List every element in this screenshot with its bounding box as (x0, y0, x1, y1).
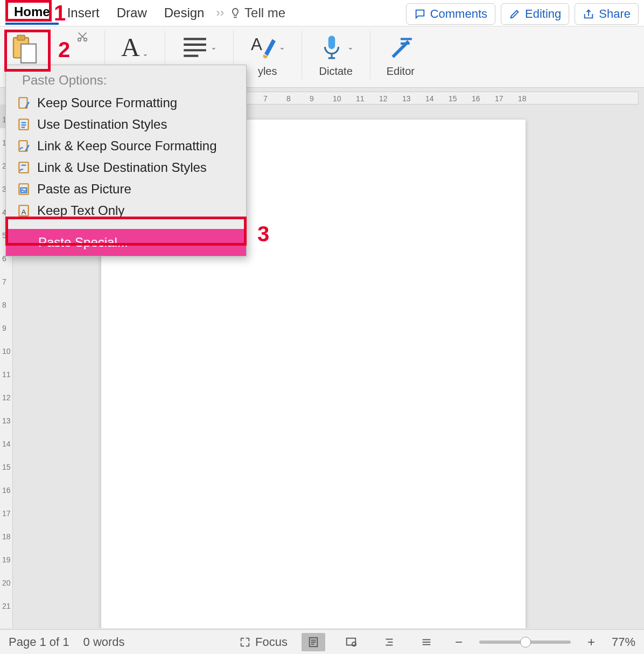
ruler-v-number: 10 (2, 347, 11, 356)
mi-keep-source-formatting[interactable]: Keep Source Formatting (6, 92, 246, 114)
scissors-icon (76, 31, 88, 43)
zoom-out-button[interactable]: − (452, 635, 465, 650)
editing-button[interactable]: Editing (501, 3, 569, 25)
ruler-h-number: 10 (333, 94, 341, 103)
clipboard-brush-icon (17, 96, 31, 110)
view-draft[interactable] (415, 633, 438, 651)
ruler-v-number: 15 (2, 463, 11, 471)
editor-pen-icon (387, 33, 414, 60)
zoom-slider-thumb[interactable] (520, 637, 531, 648)
dictate-label: Dictate (319, 65, 353, 78)
svg-rect-1 (17, 35, 25, 40)
page-icon (306, 636, 321, 648)
share-icon (583, 8, 594, 20)
tab-insert[interactable]: Insert (59, 2, 108, 24)
paste-group (5, 31, 44, 67)
mi-paste-special[interactable]: Paste Special... (6, 229, 246, 256)
mi-keep-text-only[interactable]: A Keep Text Only (6, 200, 246, 221)
paste-options-menu: Paste Options: Keep Source Formatting Us… (5, 65, 247, 256)
paste-dropdown-button[interactable] (5, 31, 44, 67)
styles-group[interactable]: A ⌄ yles (250, 31, 285, 78)
clipboard-picture-icon (17, 182, 31, 196)
zoom-percent[interactable]: 77% (612, 635, 635, 649)
annotation-number-3: 3 (257, 222, 269, 246)
tab-design[interactable]: Design (156, 2, 213, 24)
status-wordcount[interactable]: 0 words (83, 635, 125, 649)
svg-rect-29 (347, 638, 356, 645)
zoom-in-button[interactable]: + (585, 635, 598, 650)
mi-link-use-destination[interactable]: Link & Use Destination Styles (6, 157, 246, 178)
ruler-h-number: 15 (449, 94, 457, 103)
comments-button[interactable]: Comments (406, 3, 495, 25)
tell-me-search[interactable]: Tell me (229, 5, 285, 20)
comment-icon (414, 8, 426, 20)
svg-text:A: A (22, 208, 26, 216)
view-print-layout[interactable] (302, 633, 325, 651)
tab-home[interactable]: Home (5, 1, 59, 25)
svg-rect-19 (19, 162, 28, 173)
styles-brush-icon: A (250, 33, 277, 60)
ruler-v-number: 9 (2, 324, 6, 332)
dictate-group[interactable]: ⌄ Dictate (318, 31, 354, 78)
clipboard-link-lines-icon (17, 161, 31, 175)
mi-label: Link & Use Destination Styles (37, 160, 207, 175)
mi-label: Keep Text Only (37, 203, 124, 218)
focus-label: Focus (255, 635, 288, 649)
ruler-v-number: 12 (2, 393, 11, 402)
svg-text:A: A (251, 35, 262, 54)
annotation-number-1: 1 (54, 1, 66, 25)
share-label: Share (599, 7, 631, 21)
ruler-v-number: 20 (2, 579, 11, 587)
ruler-h-number: 8 (286, 94, 291, 103)
ruler-v-number: 7 (2, 277, 6, 286)
mi-label: Paste Special... (38, 235, 128, 250)
editor-group[interactable]: Editor (387, 31, 415, 78)
tab-draw[interactable]: Draw (108, 2, 156, 24)
ruler-h-number: 7 (263, 94, 268, 103)
mi-use-destination-styles[interactable]: Use Destination Styles (6, 114, 246, 135)
status-page[interactable]: Page 1 of 1 (9, 635, 69, 649)
cut-icon-small[interactable] (76, 31, 88, 43)
paragraph-group[interactable]: ⌄ (181, 31, 217, 63)
focus-mode-button[interactable]: Focus (239, 635, 288, 649)
status-bar: Page 1 of 1 0 words Focus − + 77% (0, 629, 644, 654)
editing-label: Editing (525, 7, 561, 21)
comments-label: Comments (430, 7, 487, 21)
tab-overflow-icon[interactable]: ›› (213, 6, 227, 20)
ruler-h-number: 11 (356, 94, 365, 103)
clipboard-link-brush-icon (17, 139, 31, 153)
tell-me-label: Tell me (244, 5, 285, 20)
ruler-v-number: 16 (2, 486, 11, 495)
view-outline[interactable] (377, 633, 401, 651)
annotation-number-2: 2 (58, 38, 70, 62)
view-web-layout[interactable] (339, 633, 363, 651)
ruler-h-number: 18 (518, 94, 527, 103)
mi-label: Use Destination Styles (37, 117, 167, 132)
font-group[interactable]: A⌄ (121, 31, 149, 63)
ruler-v-number: 19 (2, 555, 11, 564)
web-icon (344, 636, 359, 648)
svg-rect-11 (401, 38, 412, 40)
mi-label: Paste as Picture (37, 182, 131, 197)
ruler-v-number: 17 (2, 509, 11, 518)
styles-label: yles (258, 65, 277, 78)
clipboard-text-icon: A (17, 204, 31, 218)
ruler-h-number: 14 (425, 94, 434, 103)
ruler-h-number: 12 (379, 94, 388, 103)
ruler-v-number: 13 (2, 416, 11, 425)
svg-rect-2 (21, 44, 36, 63)
ruler-h-number: 17 (495, 94, 503, 103)
ruler-v-number: 14 (2, 440, 11, 448)
zoom-slider[interactable] (479, 641, 571, 644)
ruler-v-number: 18 (2, 532, 11, 541)
ruler-v-number: 11 (2, 370, 11, 379)
font-a-icon: A⌄ (121, 32, 149, 62)
focus-icon (239, 636, 251, 648)
paste-options-title: Paste Options: (6, 65, 246, 92)
mi-paste-as-picture[interactable]: Paste as Picture (6, 178, 246, 200)
mi-link-keep-source[interactable]: Link & Keep Source Formatting (6, 135, 246, 157)
clipboard-icon (10, 34, 40, 64)
ruler-h-number: 13 (402, 94, 411, 103)
outline-icon (381, 636, 396, 648)
share-button[interactable]: Share (575, 3, 639, 25)
